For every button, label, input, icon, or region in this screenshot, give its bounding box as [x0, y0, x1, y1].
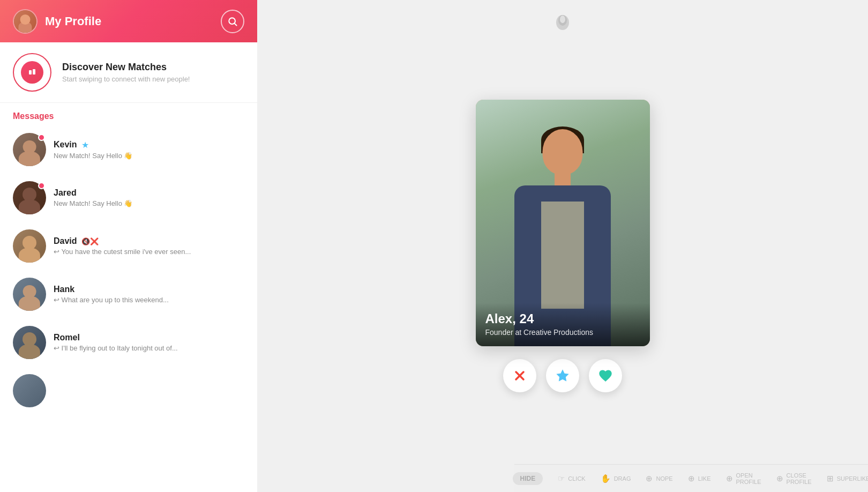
messages-list: Kevin ★ New Match! Say Hello 👋 Jared New…: [0, 125, 257, 492]
tinder-flame-icon: [552, 11, 573, 32]
notification-dot: [38, 134, 45, 141]
user-avatar-img: [14, 10, 36, 33]
card-info: Alex, 24 Founder at Creative Productions: [476, 303, 650, 346]
contact-name: Romel: [54, 333, 80, 342]
sidebar-header: My Profile: [0, 0, 257, 42]
list-item[interactable]: Hank ↩ What are you up to this weekend..…: [0, 270, 257, 318]
list-item[interactable]: David 🔇❌ ↩ You have the cutest smile i'v…: [0, 222, 257, 270]
list-item[interactable]: Romel ↩ I'll be flying out to Italy toni…: [0, 318, 257, 367]
avatar-wrap: [13, 374, 46, 407]
star-badge: ★: [81, 140, 89, 150]
search-button[interactable]: [221, 10, 244, 33]
name-row: Jared: [54, 188, 244, 198]
toolbar-nope[interactable]: ⊕ NOPE: [646, 474, 672, 483]
message-content: Hank ↩ What are you up to this weekend..…: [54, 285, 244, 304]
message-preview: New Match! Say Hello 👋: [54, 152, 244, 160]
main-area: Alex, 24 Founder at Creative Productions: [257, 0, 868, 492]
avatar-wrap: [13, 133, 46, 166]
toolbar-drag-label: DRAG: [614, 475, 631, 482]
sidebar: My Profile Discover New Matches Start sw…: [0, 0, 257, 492]
superlike-icon: [555, 368, 570, 383]
message-content: Romel ↩ I'll be flying out to Italy toni…: [54, 333, 244, 352]
swipe-icon: [26, 66, 39, 79]
person-shirt: [541, 202, 584, 309]
name-row: David 🔇❌: [54, 236, 244, 246]
profile-card[interactable]: Alex, 24 Founder at Creative Productions: [476, 100, 650, 346]
toolbar-like-label: LIKE: [698, 475, 711, 482]
avatar: [13, 229, 46, 263]
contact-name: David: [54, 236, 77, 246]
discover-icon[interactable]: [13, 53, 51, 92]
dislike-button[interactable]: [503, 359, 536, 392]
toolbar-close-profile[interactable]: ⊕ CLOSE PROFILE: [776, 472, 812, 485]
avatar: [13, 278, 46, 311]
notification-dot: [38, 182, 45, 189]
person-head: [543, 129, 583, 175]
name-row: Hank: [54, 285, 244, 294]
nope-icon: ⊕: [646, 474, 653, 483]
like-toolbar-icon: ⊕: [688, 474, 695, 483]
name-row: Romel: [54, 333, 244, 342]
toolbar-click-label: CLICK: [568, 475, 585, 482]
list-item[interactable]: Jared New Match! Say Hello 👋: [0, 174, 257, 222]
toolbar-drag[interactable]: ✋ DRAG: [601, 474, 631, 483]
avatar: [13, 326, 46, 359]
dislike-icon: [512, 368, 527, 383]
flame-logo: [552, 11, 573, 37]
like-icon: [598, 368, 613, 383]
card-container: Alex, 24 Founder at Creative Productions: [476, 100, 650, 392]
like-button[interactable]: [589, 359, 622, 392]
svg-point-6: [560, 16, 565, 23]
avatar[interactable]: [13, 9, 38, 34]
avatar-wrap: [13, 229, 46, 263]
avatar-wrap: [13, 181, 46, 214]
superlike-toolbar-icon: ⊞: [827, 474, 834, 483]
list-item[interactable]: [0, 367, 257, 415]
discover-icon-inner: [21, 61, 43, 84]
discover-section[interactable]: Discover New Matches Start swiping to co…: [0, 42, 257, 103]
card-name: Alex, 24: [485, 311, 640, 326]
toolbar-superlike[interactable]: ⊞ SUPERLIKE: [827, 474, 868, 483]
open-profile-icon: ⊕: [726, 474, 733, 483]
toolbar-click[interactable]: ☞ CLICK: [558, 474, 585, 483]
superlike-button[interactable]: [546, 359, 579, 392]
card-job: Founder at Creative Productions: [485, 328, 640, 337]
messages-label: Messages: [0, 103, 257, 125]
contact-name: Jared: [54, 188, 77, 198]
message-preview: ↩ What are you up to this weekend...: [54, 296, 244, 304]
contact-name: Hank: [54, 285, 74, 294]
drag-icon: ✋: [601, 474, 611, 483]
toolbar-open-profile-label: OPEN PROFILE: [736, 472, 761, 485]
message-content: David 🔇❌ ↩ You have the cutest smile i'v…: [54, 236, 244, 256]
toolbar-nope-label: NOPE: [656, 475, 672, 482]
message-content: Kevin ★ New Match! Say Hello 👋: [54, 140, 244, 160]
avatar: [13, 374, 46, 407]
avatar-wrap: [13, 326, 46, 359]
bottom-toolbar: HIDE ☞ CLICK ✋ DRAG ⊕ NOPE ⊕ LIKE ⊕ OPEN…: [514, 464, 868, 492]
name-row: Kevin ★: [54, 140, 244, 150]
svg-line-1: [235, 23, 237, 25]
discover-title: Discover New Matches: [62, 62, 190, 73]
svg-rect-2: [29, 70, 32, 74]
header-left: My Profile: [13, 9, 101, 34]
list-item[interactable]: Kevin ★ New Match! Say Hello 👋: [0, 125, 257, 174]
svg-marker-9: [556, 369, 568, 381]
contact-name: Kevin: [54, 140, 77, 150]
page-title: My Profile: [45, 14, 101, 28]
discover-subtitle: Start swiping to connect with new people…: [62, 75, 190, 83]
click-icon: ☞: [558, 474, 565, 483]
toolbar-hide[interactable]: HIDE: [513, 472, 543, 485]
avatar-wrap: [13, 278, 46, 311]
message-preview: New Match! Say Hello 👋: [54, 199, 244, 207]
action-buttons: [503, 359, 622, 392]
toolbar-like[interactable]: ⊕ LIKE: [688, 474, 711, 483]
message-preview: ↩ You have the cutest smile i've ever se…: [54, 248, 244, 256]
discover-text: Discover New Matches Start swiping to co…: [62, 62, 190, 83]
message-content: Jared New Match! Say Hello 👋: [54, 188, 244, 207]
svg-rect-3: [33, 69, 35, 74]
close-profile-icon: ⊕: [776, 474, 783, 483]
toolbar-open-profile[interactable]: ⊕ OPEN PROFILE: [726, 472, 761, 485]
search-icon: [227, 16, 238, 27]
toolbar-close-profile-label: CLOSE PROFILE: [787, 472, 812, 485]
message-preview: ↩ I'll be flying out to Italy tonight ou…: [54, 344, 244, 352]
